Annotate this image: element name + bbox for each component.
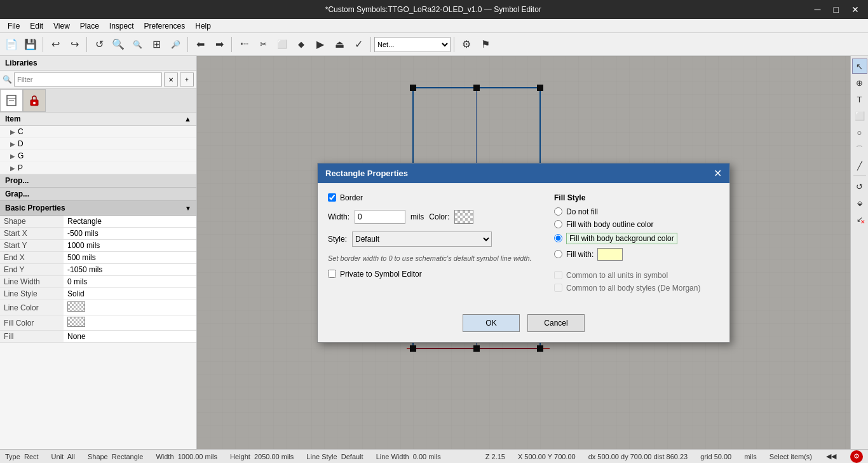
rect-tool-btn[interactable]: ⬜ <box>852 108 867 123</box>
basic-properties-table: Shape Rectangle Start X -500 mils Start … <box>0 216 196 343</box>
tb-new[interactable]: 📄 <box>3 36 20 53</box>
status-bar: Type Rect Unit All Shape Rectangle Width… <box>0 449 868 463</box>
text-tool-btn[interactable]: T <box>852 92 867 107</box>
border-text: Border <box>340 193 363 202</box>
tb-check[interactable]: ✓ <box>349 36 367 53</box>
dialog-close-btn[interactable]: ✕ <box>714 167 722 179</box>
status-type-value: Rect <box>24 453 39 460</box>
ok-button[interactable]: OK <box>463 314 520 332</box>
status-msg: Select item(s) <box>770 453 812 460</box>
x-icon: ✕ <box>860 219 865 225</box>
tb-zoom-in[interactable]: 🔍 <box>109 36 127 53</box>
tb-back[interactable]: ⬅ <box>191 36 209 53</box>
prop-key-endy: End Y <box>0 264 64 276</box>
delete-tool-btn[interactable]: ↙ ✕ <box>852 212 867 227</box>
common-body-checkbox[interactable] <box>554 284 562 292</box>
cancel-button[interactable]: Cancel <box>527 314 585 332</box>
tb-netinspect[interactable]: ✂ <box>254 36 272 53</box>
border-row: Border <box>328 193 539 202</box>
arc-tool-btn[interactable]: ⌒ <box>852 141 867 156</box>
right-toolbar: ↖ ⊕ T ⬜ ○ ⌒ ╱ ↺ ⬙ ↙ ✕ <box>850 56 868 449</box>
arrow-icon: ▶ <box>10 141 15 148</box>
zoom-fit-btn[interactable]: ⊕ <box>852 75 867 90</box>
tb-run[interactable]: ▶ <box>311 36 329 53</box>
maximize-button[interactable]: □ <box>830 3 843 16</box>
menu-view[interactable]: View <box>48 20 75 32</box>
menu-preferences[interactable]: Preferences <box>139 20 191 32</box>
prop-val-fill: None <box>64 331 196 343</box>
toolbar-divider <box>853 176 866 176</box>
tb-zoom-fit[interactable]: ⊞ <box>147 36 165 53</box>
tb-highlight[interactable]: ⭪ <box>235 36 253 53</box>
table-row: Line Style Solid <box>0 288 196 300</box>
item-collapse-btn[interactable]: ▲ <box>184 115 191 123</box>
private-row: Private to Symbol Editor <box>328 270 539 279</box>
close-button[interactable]: ✕ <box>848 3 863 16</box>
style-select[interactable]: Default Solid Dashed Dotted <box>352 232 492 247</box>
basic-properties-header[interactable]: Basic Properties ▼ <box>0 201 196 216</box>
circle-tool-btn[interactable]: ○ <box>852 125 867 140</box>
table-row: End Y -1050 mils <box>0 264 196 276</box>
tb-redo[interactable]: ↪ <box>65 36 83 53</box>
tb-undo[interactable]: ↩ <box>46 36 64 53</box>
net-dropdown[interactable]: Net... <box>374 37 451 52</box>
tb-route1[interactable]: ⚙ <box>458 36 475 53</box>
mirror-btn[interactable]: ⬙ <box>852 195 867 211</box>
tree-item-d[interactable]: ▶ D <box>0 138 196 150</box>
preview-tab-lock[interactable] <box>23 89 46 112</box>
radio-fill-outline-input[interactable] <box>554 220 562 228</box>
border-label[interactable]: Border <box>328 193 363 202</box>
radio-fill-background-input[interactable] <box>554 234 562 242</box>
modal-overlay: Rectangle Properties ✕ Border <box>197 56 850 449</box>
left-panel: Libraries 🔍 ✕ + <box>0 56 197 449</box>
line-tool-btn[interactable]: ╱ <box>852 158 867 173</box>
select-tool-btn[interactable]: ↖ <box>852 59 867 74</box>
prop-val-endy: -1050 mils <box>64 264 196 276</box>
tb-refresh[interactable]: ↺ <box>90 36 108 53</box>
canvas-area[interactable]: Rectangle Properties ✕ Border <box>197 56 850 449</box>
tb-zoom-out[interactable]: 🔍 <box>128 36 146 53</box>
rotate-tool-btn[interactable]: ↺ <box>852 179 867 194</box>
tb-zoom-area[interactable]: 🔎 <box>166 36 184 53</box>
tree-label-d: D <box>18 139 24 148</box>
filter-clear-btn[interactable]: ✕ <box>164 73 178 86</box>
tb-drc[interactable]: ⚑ <box>477 36 494 53</box>
status-linewidth-label: Line Width <box>376 453 409 460</box>
menu-edit[interactable]: Edit <box>25 20 48 32</box>
common-units-label: Common to all units in symbol <box>566 271 668 280</box>
color-swatch[interactable] <box>454 210 473 224</box>
private-checkbox[interactable] <box>328 270 336 278</box>
tb-forward[interactable]: ➡ <box>210 36 228 53</box>
tb-stop[interactable]: ⏏ <box>330 36 348 53</box>
menu-inspect[interactable]: Inspect <box>104 20 139 32</box>
menu-file[interactable]: File <box>3 20 25 32</box>
radio-do-not-fill-input[interactable] <box>554 207 562 216</box>
filter-add-btn[interactable]: + <box>180 73 194 86</box>
width-input[interactable] <box>355 210 405 224</box>
graph-section-header[interactable]: Grap... <box>0 188 196 201</box>
menu-help[interactable]: Help <box>190 20 216 32</box>
graph-label: Grap... <box>5 190 29 198</box>
filter-input[interactable] <box>14 73 162 86</box>
private-label: Private to Symbol Editor <box>340 270 422 279</box>
tb-clearnet[interactable]: ⬜ <box>273 36 291 53</box>
status-settings-btn[interactable]: ⚙ <box>850 450 863 463</box>
minimize-button[interactable]: ─ <box>811 3 825 16</box>
properties-section-header[interactable]: Prop... <box>0 174 196 188</box>
fill-with-color-swatch[interactable] <box>597 248 623 261</box>
tree-item-c[interactable]: ▶ C <box>0 126 196 138</box>
status-collapse-btn[interactable]: ◀◀ <box>825 450 837 463</box>
menu-place[interactable]: Place <box>75 20 104 32</box>
table-row: Shape Rectangle <box>0 216 196 228</box>
table-row: Line Color <box>0 300 196 315</box>
window-controls[interactable]: ─ □ ✕ <box>811 3 863 16</box>
tb-something[interactable]: ◆ <box>292 36 310 53</box>
preview-tab-symbol[interactable] <box>0 89 23 112</box>
border-checkbox[interactable] <box>328 193 336 202</box>
tb-save[interactable]: 💾 <box>22 36 39 53</box>
tree-item-g[interactable]: ▶ G <box>0 150 196 162</box>
tree-item-p[interactable]: ▶ P <box>0 162 196 174</box>
radio-fill-with-input[interactable] <box>554 250 562 258</box>
prop-key-linecolor: Line Color <box>0 300 64 315</box>
common-units-checkbox[interactable] <box>554 271 562 279</box>
